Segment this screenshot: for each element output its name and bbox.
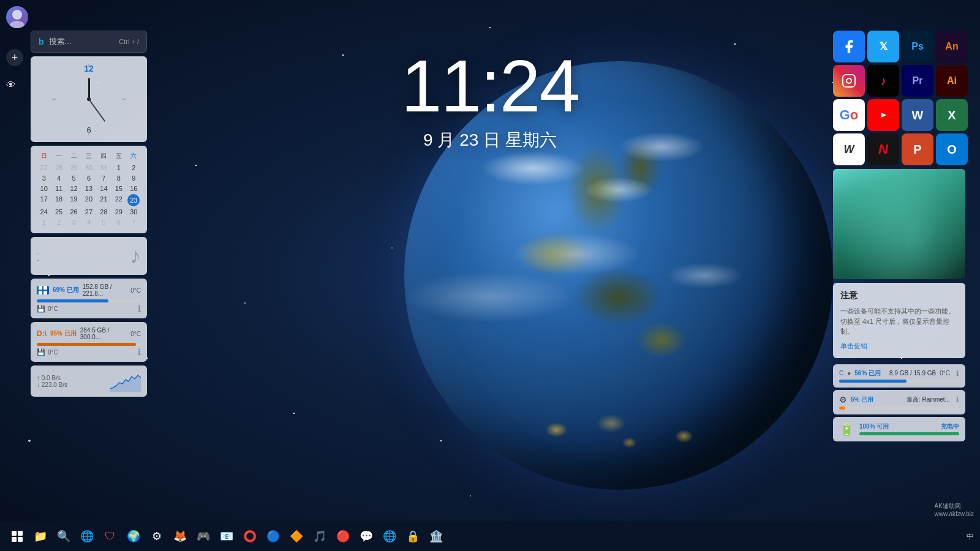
- net-down: ↓ 223.0 B/s: [37, 381, 105, 388]
- search-bar[interactable]: b 搜索... Ctrl + /: [31, 31, 147, 53]
- disk-c-bottom: 💾 0°C ℹ: [37, 304, 141, 313]
- cal-day[interactable]: 5: [97, 217, 111, 227]
- cal-day[interactable]: 13: [81, 184, 96, 193]
- battery-status: 充电中: [941, 422, 959, 431]
- cal-day[interactable]: 16: [127, 184, 141, 193]
- music-note-icon: ♪: [130, 243, 141, 269]
- memory-top: C ● 56% 已用 8.9 GB / 15.9 GB 0°C ℹ: [839, 369, 959, 378]
- cal-day[interactable]: 8: [111, 173, 126, 183]
- facebook-app-icon[interactable]: [833, 31, 865, 62]
- battery-info: 100% 可用 充电中: [859, 422, 959, 435]
- cal-day[interactable]: 27: [81, 207, 96, 217]
- cal-day[interactable]: 15: [111, 184, 126, 193]
- add-widget-button[interactable]: +: [6, 49, 23, 66]
- cal-day[interactable]: 26: [67, 207, 81, 217]
- cal-today[interactable]: 23: [127, 194, 140, 206]
- cal-day[interactable]: 27: [37, 163, 51, 173]
- cal-day[interactable]: 10: [37, 184, 51, 193]
- music-info: - -: [37, 249, 124, 263]
- cal-day[interactable]: 3: [67, 217, 81, 227]
- taskbar-shield-icon[interactable]: 🛡: [99, 525, 121, 547]
- taskbar-file-icon[interactable]: 📁: [29, 525, 51, 547]
- taskbar-lock-icon[interactable]: 🔒: [402, 525, 424, 547]
- cal-day[interactable]: 7: [127, 217, 141, 227]
- powerpoint-app-icon[interactable]: P: [902, 133, 933, 165]
- instagram-app-icon[interactable]: [833, 65, 865, 97]
- cal-day[interactable]: 29: [67, 163, 81, 173]
- cal-sun: 日: [37, 152, 51, 160]
- cal-day[interactable]: 5: [67, 173, 81, 183]
- excel-app-icon[interactable]: X: [936, 99, 968, 131]
- wikipedia-app-icon[interactable]: W: [833, 133, 865, 165]
- cal-day[interactable]: 21: [97, 194, 111, 206]
- illustrator-app-icon[interactable]: Ai: [936, 65, 968, 97]
- cal-day[interactable]: 30: [127, 207, 141, 217]
- cal-day[interactable]: 28: [51, 163, 66, 173]
- cal-day[interactable]: 6: [81, 173, 96, 183]
- cal-day[interactable]: 18: [51, 194, 66, 206]
- cal-day[interactable]: 17: [37, 194, 51, 206]
- cal-day[interactable]: 9: [127, 173, 141, 183]
- cal-day[interactable]: 12: [67, 184, 81, 193]
- taskbar-bank-icon[interactable]: 🏦: [425, 525, 447, 547]
- cal-day[interactable]: 4: [81, 217, 96, 227]
- animate-app-icon[interactable]: An: [936, 31, 968, 62]
- outlook-app-icon[interactable]: O: [936, 133, 968, 165]
- eye-button[interactable]: 👁: [6, 80, 16, 91]
- tiktok-app-icon[interactable]: ♪: [867, 65, 899, 97]
- svg-marker-9: [881, 113, 886, 118]
- cal-day[interactable]: 31: [97, 163, 111, 173]
- twitter-app-icon[interactable]: 𝕏: [867, 31, 899, 62]
- cal-day[interactable]: 11: [51, 184, 66, 193]
- taskbar-blue-icon[interactable]: 🔵: [262, 525, 284, 547]
- notice-link[interactable]: 单击促销: [840, 342, 958, 351]
- youtube-app-icon[interactable]: [867, 99, 899, 131]
- taskbar-right: 中: [967, 531, 974, 542]
- cal-day[interactable]: 30: [81, 163, 96, 173]
- taskbar-game-icon[interactable]: 🎮: [192, 525, 214, 547]
- cal-day[interactable]: 6: [111, 217, 126, 227]
- disk-c-label: 69% 已用: [53, 286, 79, 294]
- taskbar-mail-icon[interactable]: 📧: [216, 525, 238, 547]
- mem-info-icon: ℹ: [956, 369, 959, 378]
- taskbar-circle-icon[interactable]: ⭕: [239, 525, 261, 547]
- taskbar-globe-icon[interactable]: 🌐: [379, 525, 401, 547]
- premiere-app-icon[interactable]: Pr: [902, 65, 933, 97]
- netflix-app-icon[interactable]: N: [867, 133, 899, 165]
- taskbar-search-icon[interactable]: 🔍: [53, 525, 75, 547]
- google-app-icon[interactable]: Goo: [833, 99, 865, 131]
- cal-day[interactable]: 1: [111, 163, 126, 173]
- wallpaper-preview[interactable]: [833, 169, 965, 279]
- cal-thu: 四: [96, 152, 111, 160]
- taskbar-browser-icon[interactable]: 🌐: [76, 525, 98, 547]
- cal-day[interactable]: 2: [127, 163, 141, 173]
- taskbar-chat-icon[interactable]: 💬: [355, 525, 377, 547]
- hdd-icon: 💾: [37, 305, 45, 313]
- clock-center: [87, 97, 91, 101]
- cal-day[interactable]: 3: [37, 173, 51, 183]
- cal-day[interactable]: 29: [111, 207, 126, 217]
- taskbar-orange-icon[interactable]: 🔶: [285, 525, 307, 547]
- word-app-icon[interactable]: W: [902, 99, 933, 131]
- cal-day[interactable]: 1: [37, 217, 51, 227]
- taskbar-music-icon[interactable]: 🎵: [309, 525, 331, 547]
- cal-day[interactable]: 7: [97, 173, 111, 183]
- cal-day[interactable]: 2: [51, 217, 66, 227]
- bing-icon: b: [39, 37, 44, 47]
- cal-day[interactable]: 4: [51, 173, 66, 183]
- cal-day[interactable]: 24: [37, 207, 51, 217]
- taskbar-gear-icon[interactable]: ⚙: [146, 525, 168, 547]
- cal-day[interactable]: 19: [67, 194, 81, 206]
- taskbar-firefox-icon[interactable]: 🦊: [169, 525, 191, 547]
- taskbar-edge-icon[interactable]: 🌍: [123, 525, 145, 547]
- cal-day[interactable]: 20: [81, 194, 96, 206]
- avatar[interactable]: [6, 6, 28, 28]
- photoshop-app-icon[interactable]: Ps: [902, 31, 933, 62]
- cal-day[interactable]: 22: [111, 194, 126, 206]
- start-button[interactable]: [6, 525, 28, 547]
- battery-bar-bg: [859, 432, 959, 435]
- cal-day[interactable]: 28: [97, 207, 111, 217]
- cal-day[interactable]: 14: [97, 184, 111, 193]
- cal-day[interactable]: 25: [51, 207, 66, 217]
- taskbar-red-icon[interactable]: 🔴: [332, 525, 354, 547]
